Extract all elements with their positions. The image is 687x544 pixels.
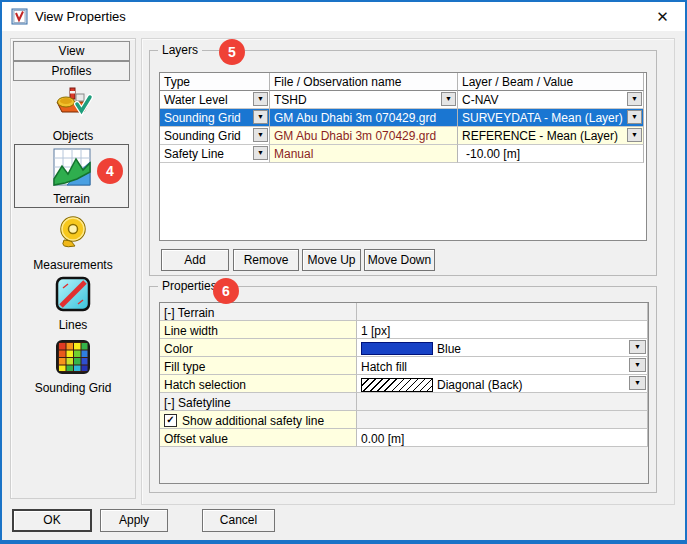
layer-row-value-cell[interactable]: C-NAV ▼: [458, 91, 644, 109]
sounding-grid-icon: [55, 339, 91, 375]
cell-text: SURVEYDATA - Mean (Layer): [462, 111, 623, 125]
sidebar-item-lines[interactable]: Lines: [11, 276, 135, 332]
sidebar-item-label: Lines: [11, 318, 135, 332]
move-down-button[interactable]: Move Down: [364, 249, 435, 271]
chevron-down-icon[interactable]: ▼: [627, 128, 642, 142]
cell-text: REFERENCE - Mean (Layer): [462, 129, 618, 143]
layer-row-file-cell[interactable]: GM Abu Dhabi 3m 070429.grd: [270, 127, 458, 145]
property-label-hatch-selection[interactable]: Hatch selection: [160, 375, 357, 393]
remove-button[interactable]: Remove: [233, 249, 299, 271]
properties-group-label: Properties: [158, 279, 221, 293]
property-value-hatch-selection[interactable]: Diagonal (Back) ▼: [357, 375, 648, 393]
column-header-file[interactable]: File / Observation name: [270, 73, 458, 91]
step-badge-6: 6: [213, 278, 239, 304]
column-header-layer[interactable]: Layer / Beam / Value: [458, 73, 644, 91]
properties-group: Properties [-] Terrain Line width 1 [px]…: [149, 286, 657, 493]
property-label-color[interactable]: Color: [160, 339, 357, 357]
cell-text: TSHD: [274, 93, 307, 107]
view-properties-dialog: View Properties ✕ View Profiles Objects: [0, 0, 687, 544]
properties-grid: [-] Terrain Line width 1 [px] Color Blue…: [159, 302, 649, 484]
layer-row-value-cell[interactable]: SURVEYDATA - Mean (Layer) ▼: [458, 109, 644, 127]
cell-text: Show additional safety line: [182, 414, 324, 428]
properties-grid-empty-area: [160, 447, 648, 483]
property-label-line-width[interactable]: Line width: [160, 321, 357, 339]
step-badge-4: 4: [97, 158, 123, 184]
layers-group: Layers Type File / Observation name Laye…: [149, 50, 657, 276]
apply-button[interactable]: Apply: [100, 509, 168, 532]
sidebar-item-measurements[interactable]: Measurements: [11, 214, 135, 272]
step-badge-5: 5: [219, 39, 245, 65]
lines-icon: [55, 276, 91, 312]
property-value-color[interactable]: Blue ▼: [357, 339, 648, 357]
layer-row-file-cell[interactable]: GM Abu Dhabi 3m 070429.grd: [270, 109, 458, 127]
property-category-value: [357, 393, 648, 411]
cell-text: -10.00 [m]: [466, 147, 520, 161]
chevron-down-icon[interactable]: ▼: [253, 92, 268, 106]
sidebar: View Profiles Objects: [10, 38, 136, 499]
cell-text: Hatch fill: [361, 360, 407, 374]
chevron-down-icon[interactable]: ▼: [629, 358, 646, 372]
content-panel: Layers Type File / Observation name Laye…: [141, 38, 675, 505]
cancel-button[interactable]: Cancel: [202, 509, 275, 532]
window-title: View Properties: [35, 9, 126, 24]
layer-row-type-cell[interactable]: Sounding Grid ▼: [160, 127, 270, 145]
cell-text: C-NAV: [462, 93, 498, 107]
property-value-fill-type[interactable]: Hatch fill ▼: [357, 357, 648, 375]
layer-row-type-cell[interactable]: Sounding Grid ▼: [160, 109, 270, 127]
property-value-line-width[interactable]: 1 [px]: [357, 321, 648, 339]
layer-row-value-cell[interactable]: -10.00 [m]: [458, 145, 644, 163]
cell-text: Diagonal (Back): [437, 378, 522, 392]
layers-group-label: Layers: [158, 43, 202, 57]
color-swatch: [361, 342, 433, 355]
sidebar-item-objects[interactable]: Objects: [11, 85, 135, 143]
tab-profiles[interactable]: Profiles: [13, 61, 130, 81]
measurements-tape-icon: [55, 214, 91, 252]
chevron-down-icon[interactable]: ▼: [629, 376, 646, 390]
title-bar: View Properties ✕: [2, 2, 685, 31]
layer-row-file-cell[interactable]: Manual: [270, 145, 458, 163]
objects-ship-icon: [53, 85, 93, 123]
cell-text: Blue: [437, 342, 461, 356]
property-category-value: [357, 303, 648, 321]
layer-row-file-cell[interactable]: TSHD ▼: [270, 91, 458, 109]
layers-table: Type File / Observation name Layer / Bea…: [159, 72, 647, 241]
sidebar-item-label: Measurements: [11, 258, 135, 272]
move-up-button[interactable]: Move Up: [302, 249, 361, 271]
chevron-down-icon[interactable]: ▼: [627, 92, 642, 106]
layers-table-empty-area[interactable]: [160, 163, 644, 240]
close-icon[interactable]: ✕: [640, 2, 685, 31]
property-label-show-safety-line[interactable]: ✓ Show additional safety line: [160, 411, 357, 429]
property-category-terrain[interactable]: [-] Terrain: [160, 303, 357, 321]
sidebar-item-sounding-grid[interactable]: Sounding Grid: [11, 339, 135, 395]
column-header-type[interactable]: Type: [160, 73, 270, 91]
cell-text: GM Abu Dhabi 3m 070429.grd: [274, 129, 436, 143]
property-category-safetyline[interactable]: [-] Safetyline: [160, 393, 357, 411]
layer-row-value-cell[interactable]: REFERENCE - Mean (Layer) ▼: [458, 127, 644, 145]
add-button[interactable]: Add: [161, 249, 229, 271]
app-icon: [11, 8, 28, 25]
hatch-pattern-swatch: [361, 378, 433, 392]
cell-text: Safety Line: [164, 147, 224, 161]
terrain-icon: [53, 148, 91, 186]
cell-text: Sounding Grid: [164, 129, 241, 143]
ok-button[interactable]: OK: [12, 509, 92, 532]
chevron-down-icon[interactable]: ▼: [627, 110, 642, 124]
chevron-down-icon[interactable]: ▼: [629, 340, 646, 354]
sidebar-item-label: Terrain: [15, 192, 128, 206]
property-value-show-safety-line: [357, 411, 648, 429]
tab-view[interactable]: View: [13, 41, 130, 61]
chevron-down-icon[interactable]: ▼: [253, 128, 268, 142]
layer-row-type-cell[interactable]: Safety Line ▼: [160, 145, 270, 163]
property-label-offset-value[interactable]: Offset value: [160, 429, 357, 447]
sidebar-item-label: Sounding Grid: [11, 381, 135, 395]
chevron-down-icon[interactable]: ▼: [441, 92, 456, 106]
property-label-fill-type[interactable]: Fill type: [160, 357, 357, 375]
sidebar-item-label: Objects: [11, 129, 135, 143]
cell-text: Manual: [274, 147, 313, 161]
property-value-offset-value[interactable]: 0.00 [m]: [357, 429, 648, 447]
cell-text: Water Level: [164, 93, 228, 107]
chevron-down-icon[interactable]: ▼: [253, 110, 268, 124]
checkbox-checked[interactable]: ✓: [164, 414, 177, 427]
layer-row-type-cell[interactable]: Water Level ▼: [160, 91, 270, 109]
chevron-down-icon[interactable]: ▼: [253, 146, 268, 160]
